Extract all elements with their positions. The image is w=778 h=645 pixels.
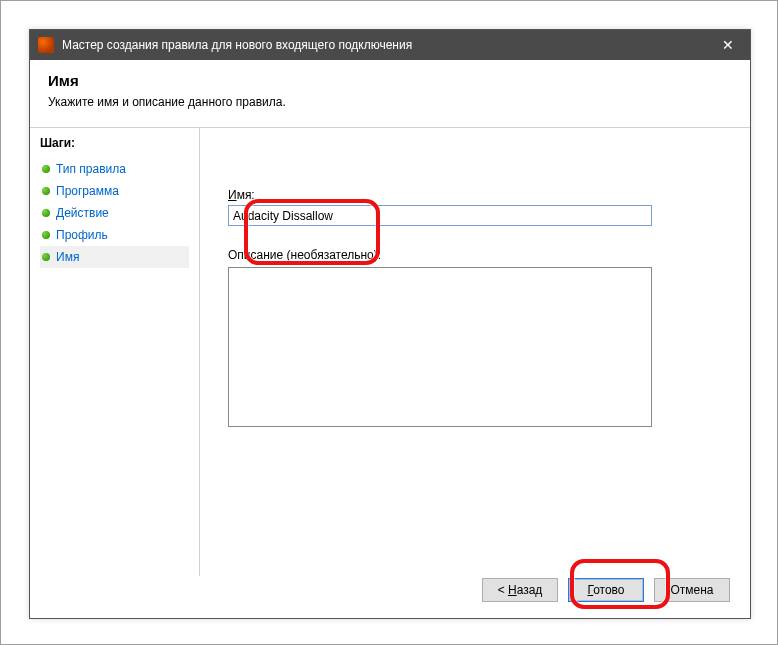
steps-list: Тип правила Программа Действие Профиль <box>40 158 189 268</box>
description-label: Описание (необязательно): <box>228 248 722 262</box>
firewall-icon <box>38 37 54 53</box>
page-title: Имя <box>48 72 732 89</box>
wizard-buttons: < Назад Готово Отмена <box>482 578 730 602</box>
step-program[interactable]: Программа <box>40 180 189 202</box>
name-label: Имя: <box>228 188 722 202</box>
titlebar: Мастер создания правила для нового входя… <box>30 30 750 60</box>
step-name[interactable]: Имя <box>40 246 189 268</box>
page-subtitle: Укажите имя и описание данного правила. <box>48 95 732 109</box>
wizard-body: Шаги: Тип правила Программа Действие <box>30 128 750 576</box>
window-title: Мастер создания правила для нового входя… <box>62 38 706 52</box>
wizard-dialog: Мастер создания правила для нового входя… <box>29 29 751 619</box>
finish-button[interactable]: Готово <box>568 578 644 602</box>
close-icon: ✕ <box>722 37 734 53</box>
step-label: Программа <box>56 184 119 198</box>
bullet-icon <box>42 253 50 261</box>
step-action[interactable]: Действие <box>40 202 189 224</box>
back-button[interactable]: < Назад <box>482 578 558 602</box>
step-label: Тип правила <box>56 162 126 176</box>
step-label: Имя <box>56 250 79 264</box>
name-input[interactable] <box>228 205 652 226</box>
bullet-icon <box>42 165 50 173</box>
screenshot-canvas: Мастер создания правила для нового входя… <box>0 0 778 645</box>
bullet-icon <box>42 231 50 239</box>
steps-heading: Шаги: <box>40 136 189 150</box>
wizard-main: Имя: Описание (необязательно): <box>200 128 750 576</box>
step-label: Действие <box>56 206 109 220</box>
wizard-header: Имя Укажите имя и описание данного прави… <box>30 60 750 127</box>
close-button[interactable]: ✕ <box>706 30 750 60</box>
step-profile[interactable]: Профиль <box>40 224 189 246</box>
description-input[interactable] <box>228 267 652 427</box>
cancel-button[interactable]: Отмена <box>654 578 730 602</box>
step-label: Профиль <box>56 228 108 242</box>
step-rule-type[interactable]: Тип правила <box>40 158 189 180</box>
bullet-icon <box>42 209 50 217</box>
bullet-icon <box>42 187 50 195</box>
steps-sidebar: Шаги: Тип правила Программа Действие <box>30 128 200 576</box>
